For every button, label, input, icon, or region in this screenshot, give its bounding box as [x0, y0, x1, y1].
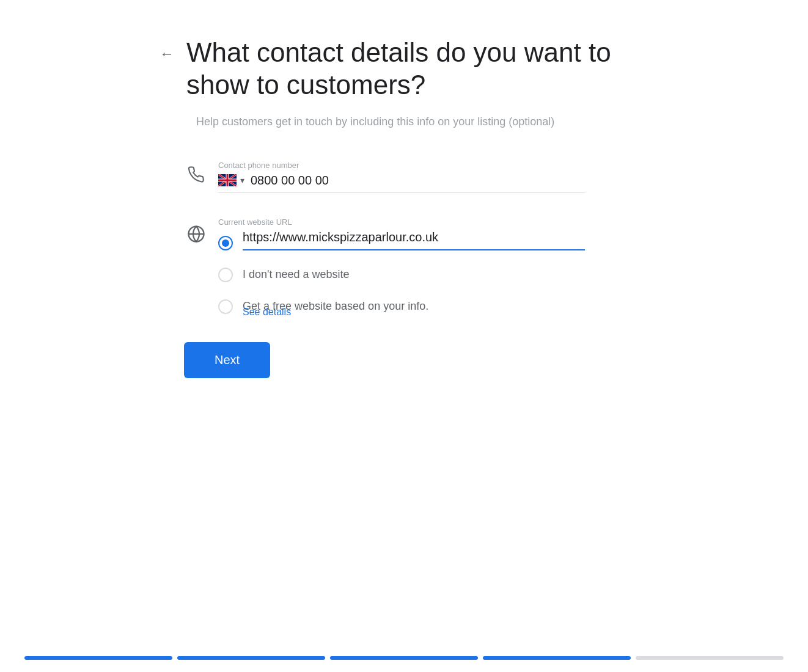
progress-segment-5: [636, 656, 784, 660]
progress-segment-2: [177, 656, 325, 660]
progress-segment-3: [330, 656, 478, 660]
page-title: What contact details do you want to show…: [186, 37, 648, 101]
radio-custom[interactable]: [218, 236, 233, 250]
page-container: ← What contact details do you want to sh…: [111, 0, 697, 378]
url-input[interactable]: [243, 230, 585, 250]
phone-input-row: ▾: [218, 173, 585, 193]
website-option-custom[interactable]: [218, 230, 585, 250]
back-arrow-icon: ←: [160, 45, 174, 62]
url-input-wrapper: [243, 230, 585, 250]
country-selector-chevron: ▾: [240, 175, 244, 185]
page-subtitle: Help customers get in touch by including…: [196, 114, 648, 130]
header-row: ← What contact details do you want to sh…: [160, 37, 648, 101]
next-button[interactable]: Next: [184, 342, 270, 378]
progress-bar: [0, 656, 808, 660]
globe-icon: [184, 225, 208, 247]
website-options: Current website URL I don't need a websi…: [218, 217, 585, 318]
phone-icon: [184, 166, 208, 188]
progress-segment-1: [24, 656, 172, 660]
radio-no-website[interactable]: [218, 268, 233, 282]
website-section: Current website URL I don't need a websi…: [184, 217, 648, 318]
country-selector[interactable]: ▾: [218, 174, 244, 186]
phone-section: Contact phone number ▾: [160, 161, 648, 193]
back-button[interactable]: ←: [160, 40, 174, 67]
progress-segment-4: [483, 656, 631, 660]
website-option-none[interactable]: I don't need a website: [218, 268, 585, 282]
website-field-label: Current website URL: [218, 217, 585, 227]
website-row: Current website URL I don't need a websi…: [184, 217, 648, 318]
phone-row: Contact phone number ▾: [184, 161, 648, 193]
uk-flag-icon: [218, 174, 237, 186]
no-website-label: I don't need a website: [243, 268, 350, 281]
phone-input[interactable]: [251, 173, 585, 188]
phone-field-label: Contact phone number: [218, 161, 585, 170]
radio-free-website[interactable]: [218, 299, 233, 314]
phone-field-wrapper: Contact phone number ▾: [218, 161, 585, 193]
